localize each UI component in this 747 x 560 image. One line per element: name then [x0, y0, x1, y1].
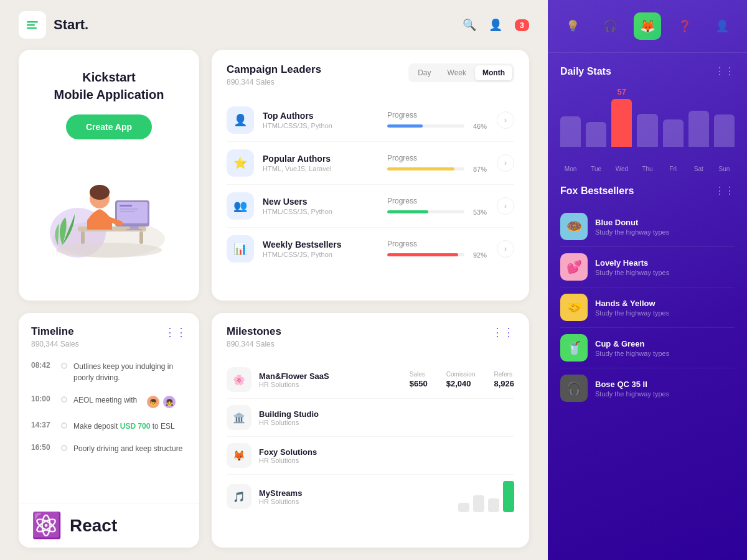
row-chevron[interactable]: ›	[497, 197, 514, 215]
milestone-row: 🌸 Man&Flower SaaS HR Solutions Sales $65…	[227, 361, 514, 399]
nav-question[interactable]: ❓	[671, 12, 698, 40]
progress-pct: 92%	[469, 251, 487, 259]
bs-name: Hands & Yellow	[595, 299, 735, 308]
ms-icon: 🎵	[227, 484, 251, 509]
daily-stats-header: Daily Stats ⋮⋮	[560, 65, 735, 77]
svg-rect-14	[120, 208, 138, 210]
timeline-dots[interactable]: ⋮⋮	[164, 325, 187, 339]
chart-bar-wrap	[560, 87, 581, 147]
svg-rect-7	[81, 231, 85, 244]
bestsellers-header: Fox Bestsellers ⋮⋮	[560, 185, 735, 197]
progress-bar	[387, 210, 464, 213]
row-icon: 👥	[227, 192, 254, 220]
nav-lightbulb[interactable]: 💡	[559, 12, 586, 40]
react-label: React	[70, 516, 117, 536]
chart-day-label: Sat	[688, 166, 709, 172]
progress-bar-wrap: 92%	[387, 251, 487, 259]
tab-day[interactable]: Day	[410, 65, 438, 80]
ms-icon: 🏛️	[227, 405, 251, 430]
row-icon: ⭐	[227, 149, 254, 177]
bs-info: Hands & Yellow Study the highway types	[595, 299, 735, 317]
progress-pct: 46%	[469, 123, 487, 130]
create-app-button[interactable]: Create App	[66, 114, 152, 139]
panel-nav: 💡 🎧 🦊 ❓ 👤	[548, 0, 747, 53]
chart-bar	[611, 99, 632, 147]
tab-month[interactable]: Month	[475, 65, 512, 80]
bs-name: Lovely Hearts	[595, 258, 735, 268]
ms-sub: HR Solutions	[259, 381, 410, 388]
content-grid: Kickstart Mobile Application Create App	[0, 50, 548, 560]
bestseller-item[interactable]: 🤝 Hands & Yellow Study the highway types	[560, 287, 735, 328]
ms-name: MyStreams	[259, 488, 446, 498]
bestseller-item[interactable]: 🥤 Cup & Green Study the highway types	[560, 328, 735, 368]
nav-user[interactable]: 👤	[708, 12, 736, 40]
daily-stats-dots[interactable]: ⋮⋮	[715, 65, 735, 77]
logo-icon	[19, 11, 46, 39]
milestones-subtitle: 890,344 Sales	[227, 340, 281, 348]
ms-info: MyStreams HR Solutions	[259, 488, 446, 505]
ms-chart-bar	[503, 481, 514, 512]
chart-bar	[637, 114, 657, 147]
milestones-card: Milestones 890,344 Sales ⋮⋮ 🌸 Man&Flower…	[212, 313, 529, 548]
bestseller-item[interactable]: 🎧 Bose QC 35 II Study the highway types	[560, 368, 735, 408]
user-icon[interactable]: 👤	[489, 18, 502, 32]
chart-bar	[663, 119, 684, 147]
ms-sub: HR Solutions	[259, 419, 514, 426]
progress-fill	[387, 210, 428, 213]
tl-text: Outlines keep you indulging in poorly dr…	[73, 361, 187, 383]
ms-chart-area	[458, 481, 514, 512]
milestones-header: Milestones 890,344 Sales ⋮⋮	[227, 325, 514, 348]
ms-stat-refers: Refers 8,926	[494, 371, 514, 388]
svg-rect-8	[139, 231, 143, 244]
progress-bar	[387, 253, 464, 256]
daily-stats-section: Daily Stats ⋮⋮ 57 MonTueWedThuFriSatSun	[548, 53, 747, 185]
header: Start. 🔍 👤 3	[0, 0, 548, 50]
bs-thumb: 💕	[560, 253, 588, 281]
bestsellers-dots[interactable]: ⋮⋮	[715, 185, 735, 197]
campaign-header: Campaign Leaders 890,344 Sales Day Week …	[227, 63, 514, 86]
chart-bar-wrap	[586, 87, 606, 147]
ms-stats: Sales $650 Comission $2,040 Refers 8,926	[410, 371, 514, 388]
kickstart-illustration	[40, 158, 177, 258]
nav-fox-active[interactable]: 🦊	[634, 12, 661, 40]
chart-labels: MonTueWedThuFriSatSun	[560, 166, 735, 172]
chart-wrapper: 57 MonTueWedThuFriSatSun	[560, 87, 735, 172]
tl-text: AEOL meeting with	[73, 394, 137, 406]
ms-icon: 🌸	[227, 367, 251, 392]
bs-sub: Study the highway types	[595, 228, 735, 236]
progress-label: Progress	[387, 154, 417, 162]
bs-info: Blue Donut Study the highway types	[595, 218, 735, 236]
timeline-item: 10:00 AEOL meeting with 👦 👧	[31, 394, 187, 409]
search-icon[interactable]: 🔍	[463, 18, 476, 32]
timeline-items: 08:42 Outlines keep you indulging in poo…	[31, 361, 187, 454]
timeline-header: Timeline 890,344 Sales ⋮⋮	[31, 325, 187, 348]
chart-bar-wrap: 57	[611, 87, 632, 147]
bs-sub: Study the highway types	[595, 390, 735, 398]
bs-name: Cup & Green	[595, 339, 735, 348]
row-chevron[interactable]: ›	[497, 111, 514, 129]
progress-bar	[387, 124, 464, 128]
milestones-dots[interactable]: ⋮⋮	[492, 325, 514, 339]
tl-time: 16:50	[31, 443, 55, 452]
row-chevron[interactable]: ›	[497, 240, 514, 258]
chart-bar-wrap	[688, 87, 709, 147]
bestseller-item[interactable]: 💕 Lovely Hearts Study the highway types	[560, 247, 735, 287]
chart-day-label: Thu	[637, 166, 657, 172]
nav-headphones[interactable]: 🎧	[596, 12, 624, 40]
ms-stat-sales: Sales $650	[410, 371, 428, 388]
chart-bar	[688, 111, 709, 147]
row-info: Top Authors HTML/CSS/JS, Python	[263, 111, 387, 129]
milestones-title-block: Milestones 890,344 Sales	[227, 325, 281, 348]
svg-point-5	[56, 243, 162, 258]
row-chevron[interactable]: ›	[497, 154, 514, 172]
tab-week[interactable]: Week	[440, 65, 474, 80]
notification-badge[interactable]: 3	[515, 19, 529, 31]
svg-point-17	[90, 185, 110, 200]
row-name: Top Authors	[263, 111, 387, 121]
chart-peak-label: 57	[618, 87, 626, 96]
react-badge: ⚛️ React	[19, 503, 199, 548]
ms-name: Foxy Solutions	[259, 447, 514, 457]
kickstart-card: Kickstart Mobile Application Create App	[19, 50, 199, 301]
bestseller-item[interactable]: 🍩 Blue Donut Study the highway types	[560, 207, 735, 247]
timeline-item: 16:50 Poorly driving and keep structure	[31, 443, 187, 454]
